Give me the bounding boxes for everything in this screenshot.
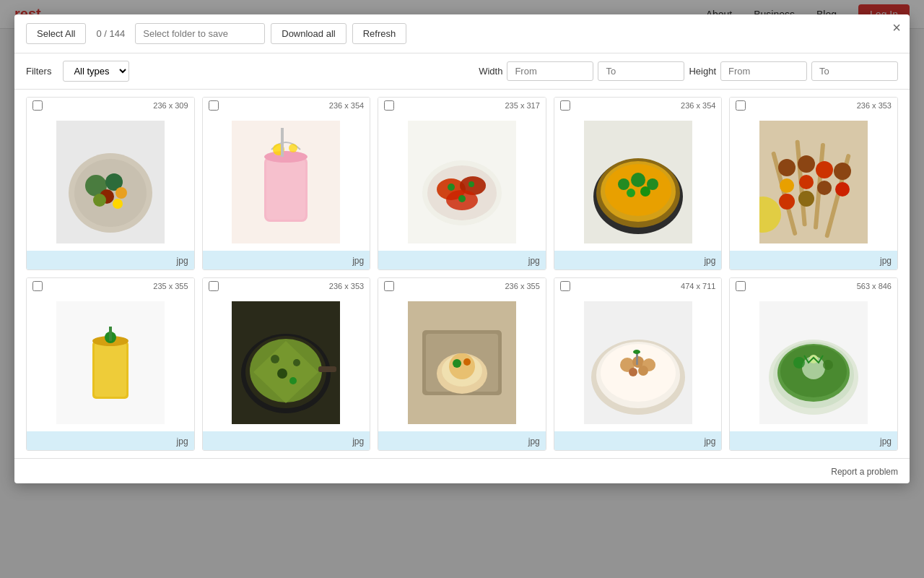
svg-point-64 (289, 377, 297, 384)
image-dimensions: 236 x 354 (329, 101, 364, 110)
report-link[interactable]: Report a problem (831, 467, 898, 477)
svg-point-63 (277, 368, 287, 379)
svg-point-61 (271, 355, 279, 363)
svg-rect-56 (109, 327, 112, 341)
image-preview (378, 113, 546, 251)
svg-point-12 (264, 151, 308, 163)
image-card[interactable]: 236 x 354 jpg (202, 97, 371, 270)
svg-point-7 (93, 194, 106, 207)
image-type: jpg (177, 256, 188, 266)
folder-input[interactable] (135, 23, 265, 44)
image-card-header: 236 x 353 (730, 98, 897, 113)
image-type: jpg (528, 256, 540, 266)
image-footer: jpg (203, 251, 370, 269)
image-card[interactable]: 236 x 355 jpg (378, 277, 546, 451)
type-filter-select[interactable]: All types jpg png gif svg (63, 61, 129, 82)
svg-point-62 (293, 359, 300, 366)
image-card[interactable]: 236 x 353 jpg (729, 97, 898, 270)
image-checkbox[interactable] (736, 100, 746, 111)
image-card[interactable]: 236 x 309 jpg (26, 97, 195, 270)
image-card[interactable]: 236 x 353 jpg (202, 277, 371, 451)
image-card[interactable]: 235 x 317 jpg (378, 97, 546, 270)
image-footer: jpg (730, 431, 897, 450)
image-type: jpg (704, 256, 715, 266)
image-checkbox[interactable] (560, 100, 570, 111)
svg-point-91 (793, 357, 805, 368)
image-dimensions: 236 x 353 (857, 101, 892, 110)
image-footer: jpg (730, 251, 897, 269)
image-preview (203, 113, 370, 251)
svg-point-82 (638, 366, 648, 376)
svg-point-31 (631, 173, 645, 187)
image-checkbox[interactable] (32, 281, 43, 291)
image-checkbox[interactable] (32, 100, 43, 111)
image-type: jpg (880, 436, 892, 447)
svg-point-6 (116, 187, 127, 199)
modal-overlay: × Select All 0 / 144 Download all Refres… (0, 0, 924, 578)
svg-point-47 (817, 181, 832, 195)
svg-point-84 (633, 350, 640, 354)
svg-point-73 (463, 358, 471, 366)
select-all-button[interactable]: Select All (26, 23, 86, 44)
svg-point-42 (779, 194, 795, 210)
image-card[interactable]: 563 x 846 jpg (729, 277, 898, 451)
height-to-input[interactable] (811, 61, 898, 81)
image-card-header: 236 x 353 (203, 278, 370, 294)
image-grid-container: 236 x 309 jpg 236 x 354 (14, 90, 910, 458)
image-card[interactable]: 236 x 354 jpg (554, 97, 723, 270)
svg-point-14 (289, 144, 297, 152)
svg-rect-15 (281, 128, 284, 157)
svg-point-49 (835, 182, 850, 197)
width-label: Width (479, 66, 502, 77)
svg-point-23 (468, 181, 474, 187)
svg-rect-65 (318, 366, 336, 372)
image-checkbox[interactable] (736, 281, 746, 291)
image-preview (27, 113, 194, 251)
image-checkbox[interactable] (209, 281, 219, 291)
image-type: jpg (352, 436, 364, 447)
image-type: jpg (177, 436, 188, 447)
image-footer: jpg (203, 431, 370, 450)
svg-point-34 (640, 186, 650, 197)
svg-point-46 (816, 161, 833, 178)
svg-point-29 (605, 164, 671, 216)
download-button[interactable]: Download all (271, 23, 346, 44)
filters-label: Filters (26, 66, 51, 77)
image-card-header: 235 x 317 (378, 98, 546, 113)
svg-point-30 (618, 178, 629, 190)
modal-dialog: × Select All 0 / 144 Download all Refres… (14, 14, 910, 483)
height-from-input[interactable] (720, 61, 807, 81)
toolbar: Select All 0 / 144 Download all Refresh (14, 14, 910, 53)
svg-point-22 (448, 184, 455, 191)
width-to-input[interactable] (598, 61, 684, 81)
image-dimensions: 236 x 353 (329, 282, 364, 290)
image-card[interactable]: 235 x 355 jpg (26, 277, 195, 451)
image-card[interactable]: 474 x 711 jpg (554, 277, 723, 451)
height-label: Height (689, 66, 716, 77)
image-preview (730, 294, 897, 431)
width-from-input[interactable] (507, 61, 593, 81)
close-button[interactable]: × (892, 20, 901, 35)
image-card-header: 236 x 354 (203, 98, 370, 113)
svg-point-44 (799, 175, 814, 189)
svg-point-71 (449, 353, 475, 379)
image-preview (27, 294, 194, 431)
image-footer: jpg (27, 251, 194, 269)
image-type: jpg (528, 436, 540, 447)
image-checkbox[interactable] (209, 100, 219, 111)
image-footer: jpg (378, 431, 546, 450)
image-checkbox[interactable] (560, 281, 570, 291)
refresh-button[interactable]: Refresh (352, 23, 407, 44)
image-dimensions: 235 x 355 (153, 282, 188, 290)
image-preview (203, 294, 370, 431)
image-type: jpg (352, 256, 364, 266)
image-checkbox[interactable] (384, 100, 394, 111)
image-card-header: 235 x 355 (27, 278, 194, 294)
report-bar: Report a problem (14, 458, 910, 483)
svg-point-93 (809, 355, 818, 363)
image-dimensions: 474 x 711 (681, 282, 715, 290)
svg-point-40 (778, 159, 796, 176)
image-checkbox[interactable] (384, 281, 394, 291)
svg-point-43 (798, 155, 815, 173)
image-dimensions: 236 x 309 (153, 101, 188, 110)
